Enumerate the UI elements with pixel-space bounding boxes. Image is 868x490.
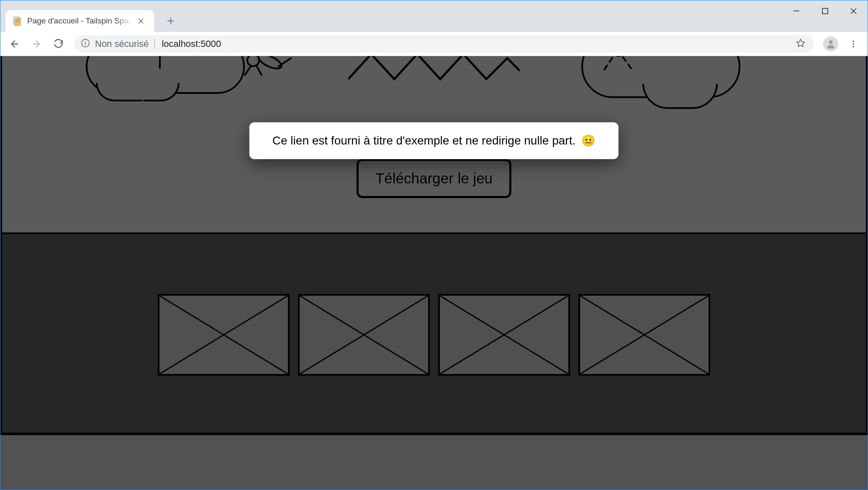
info-toast: Ce lien est fourni à titre d'exemple et … [249,122,619,159]
tab-favicon-icon [12,16,22,26]
svg-rect-5 [15,18,21,26]
gallery-placeholder[interactable] [578,294,710,376]
svg-point-16 [829,40,832,44]
forward-button[interactable] [27,35,46,53]
svg-line-25 [257,66,262,75]
cloud-decoration [581,56,740,98]
svg-point-18 [853,43,854,45]
svg-line-24 [245,66,251,75]
tab-strip: Page d'accueil - Tailspin SpaceGame [0,0,868,32]
cloud-decoration [86,56,245,94]
site-info-icon[interactable] [81,39,90,49]
toast-message: Ce lien est fourni à titre d'exemple et … [272,134,575,147]
gallery-placeholder[interactable] [298,294,430,376]
character-decoration [236,56,308,91]
bookmark-star-icon[interactable] [794,36,807,52]
gallery-section [0,234,868,435]
download-button-label: Télécharger le jeu [375,170,493,186]
kebab-menu-button[interactable] [844,35,863,53]
browser-toolbar: Non sécurisé localhost:5000 [0,32,868,56]
close-window-button[interactable] [839,0,868,21]
flagpole-decoration [159,56,161,69]
url-text: localhost:5000 [160,39,789,49]
svg-point-15 [85,41,86,41]
svg-point-23 [257,56,284,72]
download-game-button[interactable]: Télécharger le jeu [357,159,511,198]
svg-point-22 [247,56,259,66]
neutral-face-emoji: 😐 [581,134,596,147]
gallery-placeholder[interactable] [158,294,290,376]
minimize-button[interactable] [782,0,811,21]
svg-rect-1 [822,8,828,14]
browser-tab[interactable]: Page d'accueil - Tailspin SpaceGame [5,10,154,32]
svg-point-17 [853,40,854,42]
maximize-button[interactable] [811,0,839,21]
new-tab-button[interactable] [162,13,179,29]
back-button[interactable] [5,35,24,53]
security-status: Non sécurisé [95,39,155,49]
character-decoration [583,56,742,100]
window-controls [782,0,868,21]
svg-point-19 [853,46,854,47]
close-tab-button[interactable] [136,16,146,26]
reload-button[interactable] [49,35,67,53]
page-viewport: ✦ [0,56,868,490]
address-bar[interactable]: Non sécurisé localhost:5000 [74,35,814,53]
svg-line-27 [604,58,612,70]
profile-button[interactable] [823,36,838,52]
sparkle-icon: ✦ [140,98,145,105]
footer-area [0,435,868,490]
gallery-placeholder[interactable] [438,294,570,376]
tab-title: Page d'accueil - Tailspin SpaceGame [27,16,131,26]
svg-line-28 [623,57,631,68]
mountain-decoration [348,56,520,81]
